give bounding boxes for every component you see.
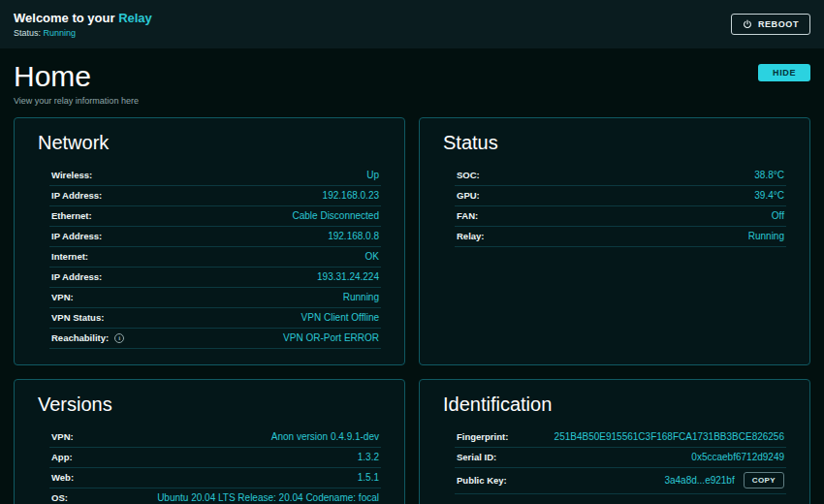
info-row: VPN Status:VPN Client Offline xyxy=(49,308,381,329)
header-text-block: Welcome to your Relay Status: Running xyxy=(14,11,152,38)
info-row: FAN:Off xyxy=(455,206,786,227)
info-row: IP Address:192.168.0.8 xyxy=(49,227,381,247)
row-value: 0x5ccaebf6712d9249 xyxy=(691,452,784,462)
row-label: App: xyxy=(51,452,73,462)
info-row: Fingerprint:251B4B50E915561C3F168FCA1731… xyxy=(455,427,786,448)
info-row: Serial ID:0x5ccaebf6712d9249 xyxy=(455,448,786,468)
main-content: Home View your relay information here HI… xyxy=(0,48,824,504)
info-row: SOC:38.8°C xyxy=(455,166,786,186)
versions-panel-title: Versions xyxy=(38,394,383,416)
info-row: VPN:Anon version 0.4.9.1-dev xyxy=(49,427,381,448)
welcome-title: Welcome to your Relay xyxy=(14,11,152,25)
status-panel: Status SOC:38.8°CGPU:39.4°CFAN:OffRelay:… xyxy=(419,117,810,365)
row-value: Ubuntu 20.04 LTS Release: 20.04 Codename… xyxy=(157,492,379,503)
info-row: Public Key:3a4a8d...e921bfCOPY xyxy=(455,468,786,494)
info-row: VPN:Running xyxy=(49,288,381,308)
info-row: GPU:39.4°C xyxy=(455,186,786,206)
row-label: FAN: xyxy=(457,210,478,221)
row-value: 193.31.24.224 xyxy=(317,271,379,282)
row-value: 1.5.1 xyxy=(358,472,379,483)
page-subtitle: View your relay information here xyxy=(14,96,139,106)
hide-button[interactable]: HIDE xyxy=(758,64,810,81)
row-label: OS: xyxy=(51,492,68,503)
row-value: Cable Disconnected xyxy=(293,210,380,221)
identification-rows: Fingerprint:251B4B50E915561C3F168FCA1731… xyxy=(455,427,786,494)
info-row: Internet:OK xyxy=(49,247,381,268)
row-value: Anon version 0.4.9.1-dev xyxy=(271,431,379,442)
network-rows: Wireless:UpIP Address:192.168.0.23Ethern… xyxy=(49,166,381,349)
row-label: IP Address: xyxy=(51,271,102,282)
row-value: Up xyxy=(366,170,379,180)
row-label: GPU: xyxy=(457,190,480,201)
info-row: IP Address:192.168.0.23 xyxy=(49,186,381,206)
network-panel: Network Wireless:UpIP Address:192.168.0.… xyxy=(14,117,405,365)
top-header: Welcome to your Relay Status: Running RE… xyxy=(0,0,824,48)
row-value: 251B4B50E915561C3F168FCA1731BB3BCE826256 xyxy=(555,431,784,442)
row-label: Serial ID: xyxy=(457,452,496,462)
row-label: Fingerprint: xyxy=(457,431,508,442)
info-row: Relay:Running xyxy=(455,227,786,247)
row-value: 192.168.0.23 xyxy=(323,190,379,201)
row-value: 39.4°C xyxy=(754,190,784,201)
page-head: Home View your relay information here HI… xyxy=(14,60,810,106)
row-label: Relay: xyxy=(457,231,485,241)
copy-button[interactable]: COPY xyxy=(744,472,784,488)
status-label: Status: xyxy=(14,28,44,38)
row-label: SOC: xyxy=(457,170,480,180)
identification-panel: Identification Fingerprint:251B4B50E9155… xyxy=(419,379,810,504)
row-label: IP Address: xyxy=(51,231,102,241)
row-label: IP Address: xyxy=(51,190,102,201)
power-icon xyxy=(743,19,752,29)
welcome-title-prefix: Welcome to your xyxy=(14,11,118,25)
panels-grid: Network Wireless:UpIP Address:192.168.0.… xyxy=(14,117,810,504)
info-row: OS:Ubuntu 20.04 LTS Release: 20.04 Coden… xyxy=(49,488,381,504)
row-label: Public Key: xyxy=(457,475,507,486)
info-icon[interactable]: i xyxy=(114,333,124,343)
info-row: Ethernet:Cable Disconnected xyxy=(49,206,381,227)
row-value: 3a4a8d...e921bf xyxy=(664,475,734,486)
row-value: 192.168.0.8 xyxy=(328,231,379,241)
page-title: Home xyxy=(14,60,139,92)
row-value: Off xyxy=(772,210,784,221)
row-label: Web: xyxy=(51,472,74,483)
row-value: 38.8°C xyxy=(754,170,784,180)
row-value: Running xyxy=(343,292,379,302)
row-label: Ethernet: xyxy=(51,210,92,221)
versions-panel: Versions VPN:Anon version 0.4.9.1-devApp… xyxy=(14,379,405,504)
info-row: Web:1.5.1 xyxy=(49,468,381,488)
row-value: 1.3.2 xyxy=(358,452,379,462)
info-row: App:1.3.2 xyxy=(49,448,381,468)
row-value: Running xyxy=(748,231,784,241)
reboot-button[interactable]: REBOOT xyxy=(731,14,810,35)
network-panel-title: Network xyxy=(38,132,383,154)
status-value: Running xyxy=(44,28,77,38)
row-value: VPN OR-Port ERROR xyxy=(283,332,379,343)
row-label: Reachability: xyxy=(51,332,109,343)
identification-panel-title: Identification xyxy=(443,394,788,416)
row-label: VPN: xyxy=(51,431,74,442)
info-row: IP Address:193.31.24.224 xyxy=(49,268,381,288)
info-row: Wireless:Up xyxy=(49,166,381,186)
reboot-button-label: REBOOT xyxy=(758,19,799,29)
row-label: Wireless: xyxy=(51,170,92,180)
row-value: OK xyxy=(365,251,379,262)
relay-status-line: Status: Running xyxy=(14,28,152,38)
row-label: VPN Status: xyxy=(51,312,104,323)
row-label: Internet: xyxy=(51,251,88,262)
info-row: Reachability:iVPN OR-Port ERROR xyxy=(49,329,381,349)
row-label: VPN: xyxy=(51,292,74,302)
row-value: VPN Client Offline xyxy=(301,312,379,323)
status-panel-title: Status xyxy=(443,132,788,154)
page-head-text: Home View your relay information here xyxy=(14,60,139,106)
welcome-title-accent: Relay xyxy=(118,11,152,25)
versions-rows: VPN:Anon version 0.4.9.1-devApp:1.3.2Web… xyxy=(49,427,381,504)
status-rows: SOC:38.8°CGPU:39.4°CFAN:OffRelay:Running xyxy=(455,166,786,247)
